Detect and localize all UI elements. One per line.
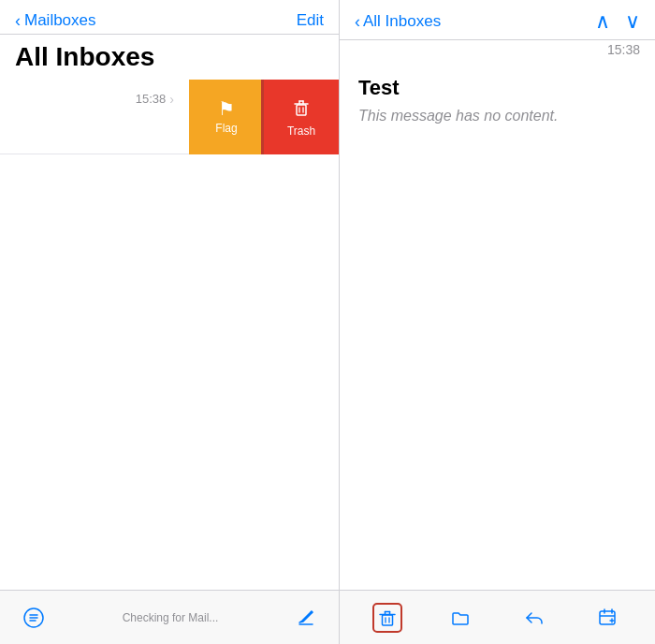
flag-label: Flag <box>215 122 237 135</box>
email-body-preview: This message has no content. <box>358 108 636 124</box>
right-header-time: 15:38 <box>340 40 655 61</box>
checking-label: Checking for Mail... <box>123 611 219 624</box>
chevron-left-icon-right: ‹ <box>355 12 360 32</box>
back-all-inboxes-button[interactable]: ‹ All Inboxes <box>355 12 441 32</box>
back-all-inboxes-label: All Inboxes <box>363 12 441 31</box>
email-body: Test This message has no content. <box>340 61 655 590</box>
right-header: ‹ All Inboxes ∧ ∨ <box>340 0 655 40</box>
edit-button[interactable]: Edit <box>297 11 324 30</box>
svg-rect-13 <box>383 615 393 625</box>
email-time-value: 15:38 <box>136 92 167 106</box>
svg-rect-0 <box>297 105 306 115</box>
page-title: All Inboxes <box>0 35 339 80</box>
compose-icon[interactable] <box>296 607 316 628</box>
email-subject: Test <box>358 76 636 100</box>
email-navigation: ∧ ∨ <box>595 11 640 32</box>
trash-toolbar-button[interactable] <box>377 607 398 628</box>
email-row[interactable]: t. 15:38 › <box>0 80 189 154</box>
toolbar-left: Checking for Mail... <box>0 591 340 644</box>
email-content: t. 15:38 › <box>0 91 174 107</box>
toolbar-right <box>340 591 655 644</box>
left-panel: ‹ Mailboxes Edit All Inboxes ··· More ⚑ <box>0 0 340 590</box>
trash-label: Trash <box>287 124 315 138</box>
right-panel: ‹ All Inboxes ∧ ∨ 15:38 Test This messag… <box>340 0 655 590</box>
flag-icon: ⚑ <box>218 99 235 118</box>
new-compose-icon[interactable] <box>597 607 618 628</box>
email-row-wrapper: ··· More ⚑ Flag <box>0 80 339 154</box>
folder-icon[interactable] <box>450 607 471 628</box>
chevron-right-icon: › <box>169 92 174 107</box>
checking-status: Checking for Mail... <box>123 611 219 624</box>
back-mailboxes-label: Mailboxes <box>24 11 96 30</box>
trash-swipe-icon <box>291 97 312 121</box>
email-list: ··· More ⚑ Flag <box>0 80 339 590</box>
trash-action-button[interactable]: Trash <box>264 80 339 154</box>
left-header: ‹ Mailboxes Edit <box>0 0 339 35</box>
back-mailboxes-button[interactable]: ‹ Mailboxes <box>15 11 96 30</box>
next-email-button[interactable]: ∨ <box>625 11 640 32</box>
bottom-toolbar: Checking for Mail... <box>0 590 655 644</box>
chevron-left-icon: ‹ <box>15 12 21 29</box>
previous-email-button[interactable]: ∧ <box>595 11 610 32</box>
email-time: 15:38 › <box>136 92 174 107</box>
flag-action-button[interactable]: ⚑ Flag <box>189 80 264 154</box>
menu-icon[interactable] <box>22 607 45 629</box>
email-top-row: t. 15:38 › <box>0 91 174 107</box>
reply-icon[interactable] <box>524 607 545 628</box>
